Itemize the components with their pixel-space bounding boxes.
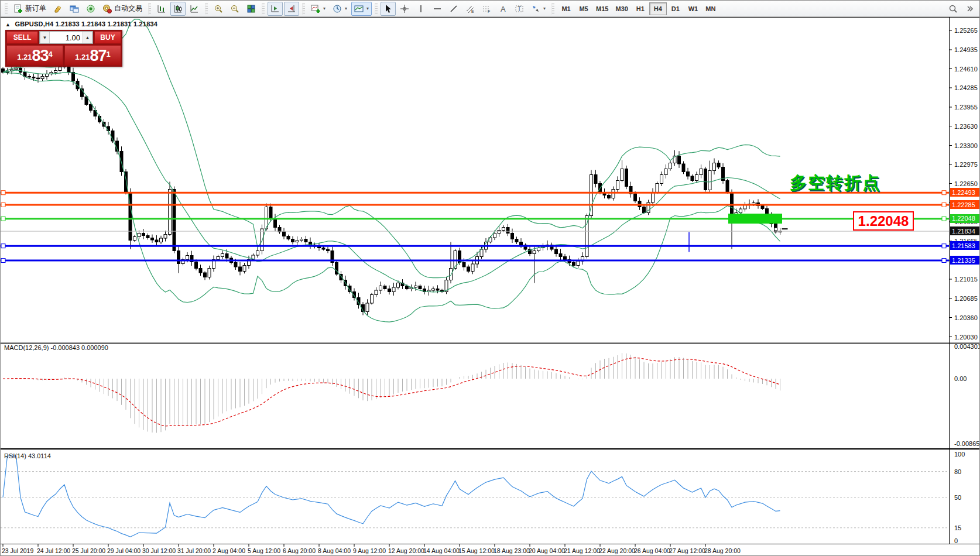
timeframe-button-m1[interactable]: M1 — [557, 2, 575, 15]
indicators-icon — [311, 4, 320, 13]
bar-chart-button[interactable] — [154, 2, 169, 16]
editor-button[interactable] — [50, 2, 66, 16]
svg-text:25 Jul 20:00: 25 Jul 20:00 — [72, 547, 105, 554]
svg-text:14 Aug 04:00: 14 Aug 04:00 — [423, 547, 460, 554]
timeframe-button-m5[interactable]: M5 — [575, 2, 592, 15]
auto-trading-icon — [102, 4, 112, 13]
tile-windows-icon — [246, 4, 256, 13]
auto-scroll-button[interactable] — [268, 2, 283, 16]
svg-text:31 Jul 20:00: 31 Jul 20:00 — [177, 547, 211, 554]
timeframe-button-mn[interactable]: MN — [702, 2, 719, 15]
chart-shift-button[interactable] — [284, 2, 299, 16]
arrows-tool-button[interactable]: ▾ — [528, 2, 549, 16]
svg-text:28 Aug 20:00: 28 Aug 20:00 — [704, 547, 741, 554]
auto-scroll-icon — [270, 4, 280, 13]
svg-text:8 Aug 04:00: 8 Aug 04:00 — [318, 547, 351, 554]
svg-text:26 Aug 04:00: 26 Aug 04:00 — [634, 547, 670, 554]
auto-trading-button[interactable]: 自动交易 — [100, 2, 145, 16]
volume-stepper: ▼ ▲ — [39, 31, 93, 44]
candlestick-chart-button[interactable] — [170, 2, 186, 16]
timeframe-button-m30[interactable]: M30 — [612, 2, 631, 15]
candlestick-chart-icon — [173, 4, 183, 13]
timeframe-button-m15[interactable]: M15 — [592, 2, 612, 15]
zoom-in-button[interactable] — [211, 2, 226, 16]
horizontal-line-icon — [433, 4, 442, 13]
chevron-double-right-icon — [965, 4, 974, 13]
search-icon — [948, 4, 958, 13]
channel-tool-button[interactable]: E — [462, 2, 478, 16]
crosshair-tool-button[interactable] — [397, 2, 412, 16]
svg-text:22 Aug 20:00: 22 Aug 20:00 — [599, 547, 635, 554]
svg-text:1.22975: 1.22975 — [954, 161, 978, 168]
toolbar-grip — [551, 3, 554, 15]
macd-label: MACD(12,26,9) -0.000843 0.000090 — [4, 344, 108, 351]
chart-workspace[interactable]: 1.252651.249351.246101.242851.239551.236… — [1, 17, 980, 556]
dropdown-caret-icon: ▾ — [543, 6, 546, 11]
text-label-tool-button[interactable]: T — [512, 2, 527, 16]
svg-text:1.21665: 1.21665 — [954, 238, 978, 245]
toolbar-grip — [262, 3, 265, 15]
horizontal-line-tool-button[interactable] — [430, 2, 445, 16]
svg-text:1.20030: 1.20030 — [954, 334, 978, 341]
text-tool-button[interactable]: A — [495, 2, 510, 16]
svg-text:6 Aug 20:00: 6 Aug 20:00 — [283, 547, 316, 554]
tile-windows-button[interactable] — [244, 2, 259, 16]
timeframe-button-h4[interactable]: H4 — [649, 2, 667, 15]
svg-text:20 Aug 04:00: 20 Aug 04:00 — [529, 547, 565, 554]
zoom-out-icon — [230, 4, 239, 13]
svg-text:15 Aug 12:00: 15 Aug 12:00 — [458, 547, 495, 554]
channel-icon: E — [465, 4, 475, 13]
toolbar-grip — [302, 3, 305, 15]
svg-text:80: 80 — [954, 468, 961, 475]
auto-trading-label: 自动交易 — [114, 4, 142, 13]
zoom-out-button[interactable] — [227, 2, 242, 16]
buy-price-tile[interactable]: 1.21 87 1 — [64, 45, 121, 66]
vertical-line-icon — [416, 4, 426, 13]
svg-text:5 Aug 12:00: 5 Aug 12:00 — [248, 547, 280, 554]
trendline-tool-button[interactable] — [446, 2, 461, 16]
svg-text:0.00: 0.00 — [954, 375, 967, 382]
indicators-button[interactable]: ▾ — [308, 2, 328, 16]
line-chart-button[interactable] — [187, 2, 202, 16]
svg-text:50: 50 — [954, 494, 961, 501]
volume-decrease-button[interactable]: ▼ — [40, 32, 50, 43]
templates-button[interactable]: ▾ — [351, 2, 372, 16]
svg-text:1.21995: 1.21995 — [954, 218, 978, 225]
toolbar-overflow-button[interactable] — [962, 2, 977, 16]
profiles-button[interactable] — [67, 2, 82, 16]
svg-text:T: T — [518, 6, 521, 12]
trading-terminal-window: 新订单 自动交易 — [0, 0, 980, 556]
periods-button[interactable]: ▾ — [330, 2, 350, 16]
editor-icon — [53, 4, 63, 13]
svg-text:1.23300: 1.23300 — [954, 142, 978, 149]
rsi-label: RSI(14) 43.0114 — [4, 452, 51, 459]
svg-text:29 Jul 04:00: 29 Jul 04:00 — [107, 547, 141, 554]
sell-button[interactable]: SELL — [6, 31, 38, 44]
sell-price-tile[interactable]: 1.21 83 4 — [6, 45, 63, 66]
svg-text:1.20685: 1.20685 — [954, 295, 978, 302]
timeframe-button-d1[interactable]: D1 — [667, 2, 684, 15]
svg-text:0.004301: 0.004301 — [954, 343, 980, 350]
volume-increase-button[interactable]: ▲ — [83, 32, 92, 43]
arrows-icon — [531, 4, 540, 13]
profiles-icon — [70, 4, 79, 13]
svg-text:12 Aug 20:00: 12 Aug 20:00 — [388, 547, 424, 554]
svg-text:9 Aug 12:00: 9 Aug 12:00 — [353, 547, 386, 554]
volume-input[interactable] — [50, 32, 83, 43]
signals-button[interactable] — [83, 2, 98, 16]
svg-text:100: 100 — [954, 451, 965, 458]
new-order-button[interactable]: 新订单 — [11, 2, 49, 16]
chart-canvas[interactable]: 1.252651.249351.246101.242851.239551.236… — [1, 17, 980, 556]
search-button[interactable] — [945, 2, 961, 16]
timeframe-button-w1[interactable]: W1 — [684, 2, 702, 15]
vertical-line-tool-button[interactable] — [413, 2, 429, 16]
timeframe-button-h1[interactable]: H1 — [632, 2, 649, 15]
svg-text:27 Aug 12:00: 27 Aug 12:00 — [669, 547, 705, 554]
cursor-tool-button[interactable] — [381, 2, 396, 16]
svg-text:15: 15 — [954, 524, 961, 531]
svg-text:1.24285: 1.24285 — [954, 84, 978, 91]
fibonacci-icon: F — [482, 4, 491, 13]
new-order-icon — [13, 4, 23, 13]
buy-button[interactable]: BUY — [94, 31, 121, 44]
fibonacci-tool-button[interactable]: F — [479, 2, 494, 16]
